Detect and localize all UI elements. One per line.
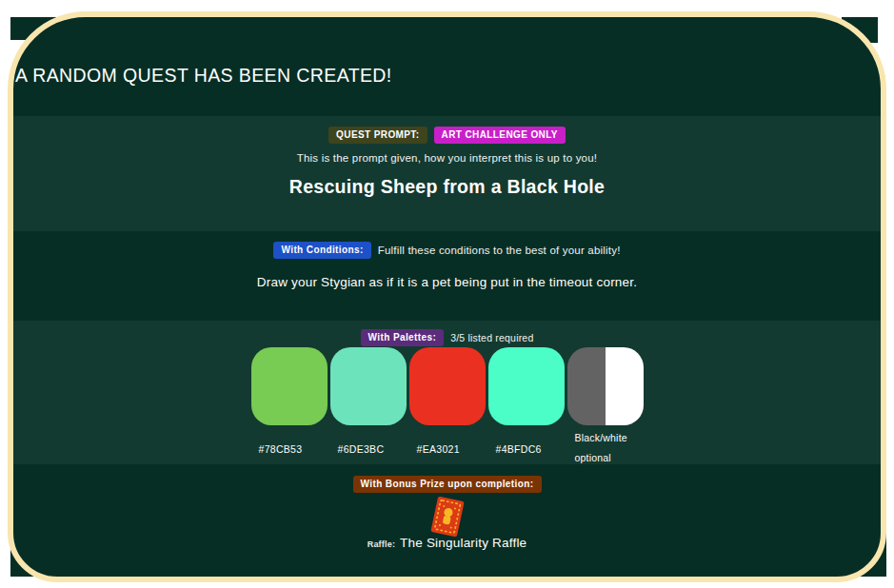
prompt-helper-text: This is the prompt given, how you interp… (297, 152, 597, 164)
optional-swatch-column: Black/white optional (567, 347, 644, 463)
palette-swatch (330, 347, 407, 425)
optional-label-line1: Black/white (575, 432, 644, 443)
quest-card-page: A RANDOM QUEST HAS BEEN CREATED! QUEST P… (0, 0, 894, 588)
black-white-optional-swatch (567, 347, 644, 425)
palette-swatch-label: #78CB53 (259, 443, 328, 455)
optional-label-line2: optional (575, 452, 644, 463)
condition-text: Draw your Stygian as if it is a pet bein… (0, 275, 894, 289)
palette-swatch (488, 347, 565, 425)
palette-swatch-row: #78CB53 #6DE3BC #EA3021 #4BFDC6 (251, 347, 644, 463)
conditions-header-row: With Conditions: Fulfill these condition… (0, 242, 894, 259)
palette-swatch-column: #4BFDC6 (488, 347, 565, 463)
palettes-badge: With Palettes: (361, 329, 445, 346)
raffle-row: Raffle: The Singularity Raffle (0, 536, 894, 550)
page-title: A RANDOM QUEST HAS BEEN CREATED! (15, 65, 392, 87)
palette-swatch-column: #6DE3BC (330, 347, 407, 463)
quest-prompt-title: Rescuing Sheep from a Black Hole (289, 176, 605, 198)
conditions-badge: With Conditions: (273, 242, 370, 259)
raffle-prefix-label: Raffle: (368, 539, 395, 549)
palettes-helper-text: 3/5 listed required (450, 332, 533, 343)
swatch-half-white (606, 347, 644, 425)
swatch-half-gray (567, 347, 606, 425)
quest-prompt-badge: QUEST PROMPT: (328, 127, 427, 144)
art-challenge-badge: ART CHALLENGE ONLY (434, 127, 566, 144)
palette-swatch-column: #EA3021 (409, 347, 486, 463)
optional-swatch-label: Black/white optional (575, 432, 644, 463)
palette-swatch-label: #4BFDC6 (496, 443, 565, 455)
conditions-helper-text: Fulfill these conditions to the best of … (378, 245, 621, 256)
palette-swatch (409, 347, 486, 425)
palette-swatch-label: #6DE3BC (338, 443, 407, 455)
palette-swatch-column: #78CB53 (251, 347, 328, 463)
quest-prompt-section: QUEST PROMPT: ART CHALLENGE ONLY This is… (13, 116, 881, 231)
raffle-ticket-icon (427, 493, 467, 540)
ticket-wrap (0, 496, 894, 538)
bonus-header-row: With Bonus Prize upon completion: (0, 476, 894, 493)
bonus-prize-badge: With Bonus Prize upon completion: (353, 476, 542, 493)
palette-swatch-label: #EA3021 (417, 443, 486, 455)
palette-swatch (251, 347, 328, 425)
raffle-name: The Singularity Raffle (400, 536, 526, 550)
palettes-section: With Palettes: 3/5 listed required #78CB… (13, 321, 881, 464)
